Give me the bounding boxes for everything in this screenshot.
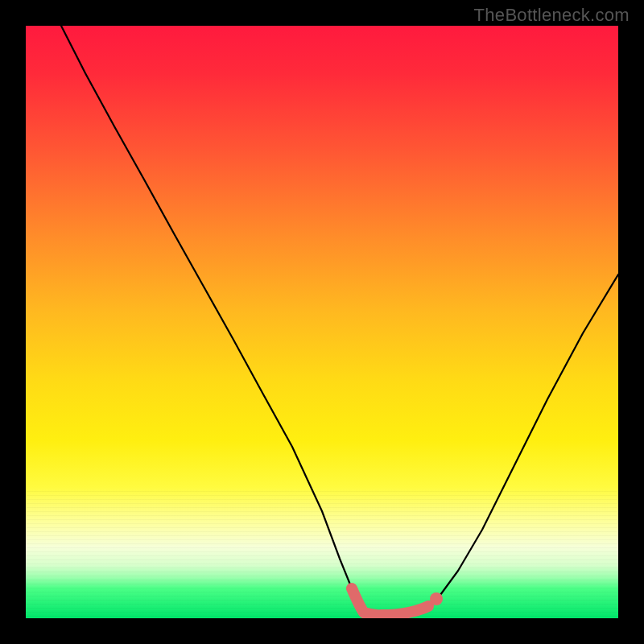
flat-region-end-dot [430, 592, 443, 605]
chart-frame: TheBottleneck.com [0, 0, 644, 644]
attribution-text: TheBottleneck.com [474, 5, 630, 26]
bottleneck-curve-line [61, 26, 618, 615]
curve-layer [26, 26, 618, 618]
plot-area [26, 26, 618, 618]
flat-region-marker [352, 588, 428, 615]
